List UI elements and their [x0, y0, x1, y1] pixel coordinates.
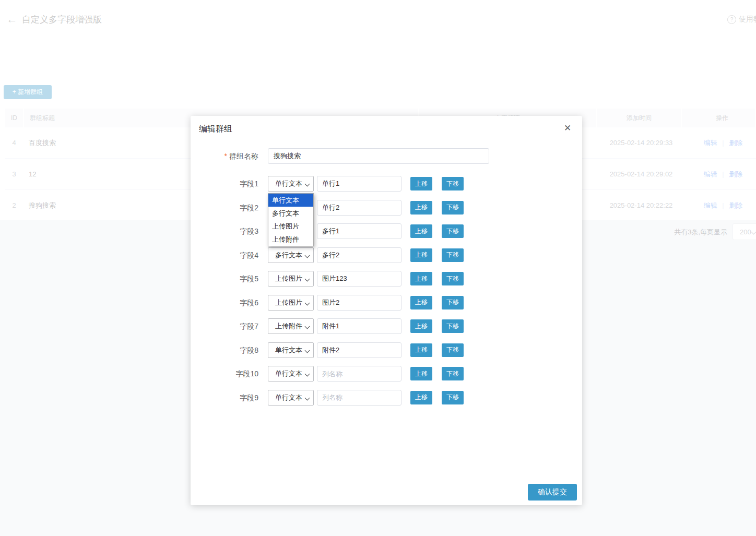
move-down-button[interactable]: 下移	[442, 177, 464, 190]
field-label: 字段3	[191, 223, 258, 239]
chevron-down-icon	[305, 277, 310, 282]
field-name-input[interactable]	[317, 318, 401, 334]
field-type-value: 上传图片	[275, 275, 302, 282]
field-label: 字段2	[191, 200, 258, 216]
required-asterisk: *	[225, 152, 227, 160]
field-type-value: 单行文本	[275, 180, 302, 187]
dropdown-option[interactable]: 单行文本	[268, 194, 313, 207]
field-name-input[interactable]	[317, 247, 401, 263]
field-row: 字段1 单行文本 上移 下移	[191, 176, 582, 192]
group-name-input[interactable]	[268, 148, 489, 164]
type-dropdown-list: 单行文本 多行文本 上传图片 上传附件	[268, 193, 314, 246]
field-type-select[interactable]: 多行文本	[268, 247, 314, 263]
move-down-button[interactable]: 下移	[442, 343, 464, 357]
field-name-input[interactable]	[317, 342, 401, 358]
modal-title: 编辑群组	[199, 124, 232, 135]
move-down-button[interactable]: 下移	[442, 272, 464, 285]
chevron-down-icon	[305, 324, 310, 329]
field-type-select[interactable]: 单行文本	[268, 390, 314, 406]
move-down-button[interactable]: 下移	[442, 201, 464, 215]
field-rows: 字段1 单行文本 上移 下移 字段2 单行文本 上移 下移	[191, 176, 582, 413]
chevron-down-icon	[305, 253, 310, 258]
field-type-value: 单行文本	[275, 370, 302, 377]
field-row: 字段5 上传图片 上移 下移	[191, 271, 582, 287]
group-name-label-text: 群组名称	[229, 152, 258, 160]
move-down-button[interactable]: 下移	[442, 224, 464, 238]
field-row: 字段4 多行文本 上移 下移	[191, 247, 582, 263]
chevron-down-icon	[305, 372, 310, 377]
move-up-button[interactable]: 上移	[410, 177, 432, 190]
field-name-input[interactable]	[317, 271, 401, 287]
dropdown-option[interactable]: 多行文本	[268, 207, 313, 220]
move-up-button[interactable]: 上移	[410, 367, 432, 380]
field-name-input[interactable]	[317, 295, 401, 311]
field-type-select[interactable]: 上传图片	[268, 295, 314, 311]
field-row: 字段7 上传附件 上移 下移	[191, 318, 582, 334]
field-type-select[interactable]: 单行文本	[268, 176, 314, 192]
dropdown-option[interactable]: 上传附件	[268, 233, 313, 246]
field-type-select[interactable]: 上传图片	[268, 271, 314, 287]
field-label: 字段1	[191, 176, 258, 192]
move-up-button[interactable]: 上移	[410, 343, 432, 357]
submit-button[interactable]: 确认提交	[528, 484, 577, 501]
field-row: 字段8 单行文本 上移 下移	[191, 342, 582, 358]
field-label: 字段7	[191, 318, 258, 334]
chevron-down-icon	[305, 182, 310, 187]
field-name-input[interactable]	[317, 390, 401, 406]
field-row: 字段3 多行文本 上移 下移	[191, 223, 582, 239]
field-type-value: 单行文本	[275, 394, 302, 401]
field-row: 字段6 上传图片 上移 下移	[191, 295, 582, 311]
move-down-button[interactable]: 下移	[442, 319, 464, 333]
chevron-down-icon	[305, 395, 310, 400]
field-row: 字段9 单行文本 上移 下移	[191, 390, 582, 406]
field-row: 字段2 单行文本 上移 下移	[191, 200, 582, 216]
close-icon[interactable]: ✕	[561, 122, 573, 134]
field-name-input[interactable]	[317, 176, 401, 192]
move-up-button[interactable]: 上移	[410, 224, 432, 238]
field-type-value: 上传图片	[275, 299, 302, 306]
edit-group-modal: 编辑群组 ✕ *群组名称 字段1 单行文本 上移 下移 字段2 单	[191, 116, 582, 505]
move-up-button[interactable]: 上移	[410, 272, 432, 285]
field-name-input[interactable]	[317, 200, 401, 216]
field-name-input[interactable]	[317, 223, 401, 239]
move-down-button[interactable]: 下移	[442, 367, 464, 380]
field-type-value: 多行文本	[275, 251, 302, 259]
field-type-select[interactable]: 单行文本	[268, 342, 314, 358]
group-name-row: *群组名称	[191, 148, 582, 164]
move-up-button[interactable]: 上移	[410, 248, 432, 262]
move-down-button[interactable]: 下移	[442, 391, 464, 404]
move-down-button[interactable]: 下移	[442, 248, 464, 262]
group-name-label: *群组名称	[191, 148, 258, 164]
move-up-button[interactable]: 上移	[410, 201, 432, 215]
field-type-select[interactable]: 单行文本	[268, 366, 314, 382]
move-up-button[interactable]: 上移	[410, 391, 432, 404]
move-up-button[interactable]: 上移	[410, 296, 432, 309]
field-type-value: 单行文本	[275, 346, 302, 354]
field-label: 字段5	[191, 271, 258, 287]
field-type-value: 上传附件	[275, 322, 302, 330]
field-row: 字段10 单行文本 上移 下移	[191, 366, 582, 382]
field-label: 字段10	[191, 366, 258, 382]
field-name-input[interactable]	[317, 366, 401, 382]
field-label: 字段6	[191, 295, 258, 311]
chevron-down-icon	[305, 348, 310, 353]
move-up-button[interactable]: 上移	[410, 319, 432, 333]
field-type-select[interactable]: 上传附件	[268, 318, 314, 334]
field-label: 字段4	[191, 247, 258, 263]
move-down-button[interactable]: 下移	[442, 296, 464, 309]
field-label: 字段9	[191, 390, 258, 406]
chevron-down-icon	[305, 300, 310, 305]
field-label: 字段8	[191, 342, 258, 358]
dropdown-option[interactable]: 上传图片	[268, 220, 313, 233]
